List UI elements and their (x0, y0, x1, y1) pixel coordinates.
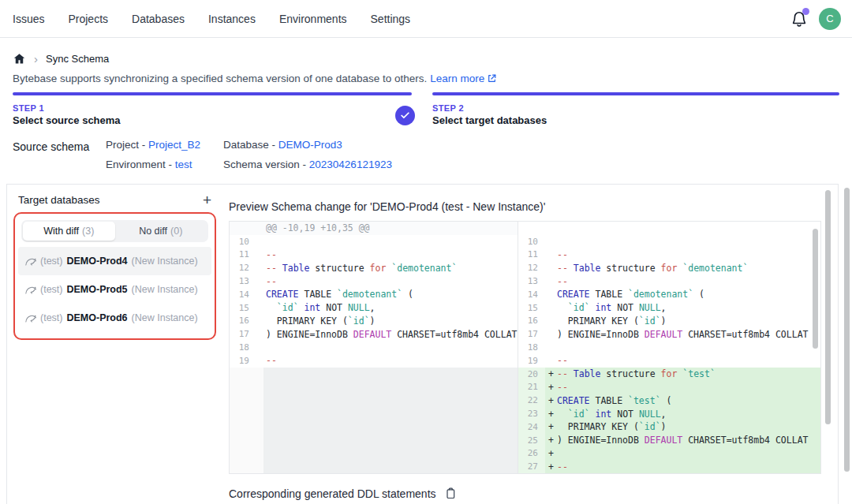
code-token: CHARSET=utf8mb4 COLLAT (391, 329, 517, 340)
diff-line-code: -- (557, 249, 568, 260)
code-token: NULL (639, 409, 661, 420)
nav-item-databases[interactable]: Databases (132, 13, 185, 25)
field-environment-value-link[interactable]: test (175, 159, 192, 170)
home-icon[interactable] (13, 52, 26, 65)
mysql-icon (24, 256, 36, 267)
nav-item-environments[interactable]: Environments (279, 13, 347, 25)
target-database-item[interactable]: (test)DEMO-Prod5(New Instance) (18, 275, 211, 304)
code-token: Table (574, 263, 601, 274)
diff-line: 21+-- (518, 381, 820, 394)
field-schema-version: Schema version - 20230426121923 (223, 159, 392, 170)
code-token: NOT (611, 409, 639, 420)
target-database-item[interactable]: (test)DEMO-Prod6(New Instance) (18, 304, 211, 332)
nav-item-projects[interactable]: Projects (68, 13, 108, 25)
diff-line: 11-- (230, 248, 518, 262)
code-token: for (370, 263, 387, 274)
code-token: -- (266, 276, 277, 287)
field-project-value-link[interactable]: Project_B2 (148, 139, 200, 151)
code-token: PRIMARY KEY ( (266, 315, 348, 327)
field-database-value-link[interactable]: DEMO-Prod3 (278, 139, 342, 151)
diff-line-number: 18 (518, 342, 545, 353)
editor-scrollbar[interactable] (813, 229, 818, 349)
diff-pane-modified[interactable]: 1011--12-- Table structure for `demotena… (518, 222, 820, 473)
diff-line-number: 15 (518, 303, 545, 313)
diff-line: 16 PRIMARY KEY (`id`) (230, 315, 518, 328)
nav-items: IssuesProjectsDatabasesInstancesEnvironm… (13, 13, 410, 25)
avatar[interactable]: C (819, 8, 841, 30)
nav-item-instances[interactable]: Instances (208, 13, 256, 25)
code-token: Table (574, 368, 601, 379)
code-token: ) ENGINE=InnoDB (266, 329, 353, 340)
nav-item-settings[interactable]: Settings (371, 13, 411, 25)
diff-line-code: PRIMARY KEY (`id`) (557, 421, 667, 432)
panel-scrollbar[interactable] (825, 190, 831, 424)
step-2-title: Select target databases (432, 114, 839, 126)
code-token: -- (557, 249, 568, 260)
code-token (557, 409, 568, 420)
code-token: ) ENGINE=InnoDB (557, 329, 645, 340)
diff-line: 12-- Table structure for `demotenant` (518, 261, 820, 274)
notifications-button[interactable] (790, 10, 808, 28)
tab-with-diff[interactable]: With diff (3) (23, 222, 115, 241)
diff-line-marker: + (545, 435, 557, 446)
diff-line: 16 PRIMARY KEY (`id`) (518, 315, 820, 328)
code-token: `id` (639, 421, 661, 432)
diff-line: 23+ `id` int NOT NULL, (518, 407, 820, 420)
diff-line: 15 `id` int NOT NULL, (230, 301, 518, 315)
page-scrollbar[interactable] (844, 188, 850, 472)
nav-item-issues[interactable]: Issues (13, 13, 44, 25)
source-schema-label: Source schema (13, 139, 106, 170)
diff-line-code: -- (266, 355, 277, 366)
diff-line-number: 11 (518, 249, 545, 259)
step-1-check-badge (395, 106, 415, 125)
diff-pane-original[interactable]: @@ -10,19 +10,35 @@1011--12-- Table stru… (230, 222, 518, 473)
db-environment-label: (test) (40, 256, 62, 267)
diff-line: 22+CREATE TABLE `test` ( (518, 394, 820, 407)
breadcrumb-current: Sync Schema (46, 53, 109, 65)
code-token: PRIMARY KEY ( (557, 421, 639, 432)
diff-line-code: `id` int NOT NULL, (557, 302, 667, 313)
ddl-header-row: Corresponding generated DDL statements (229, 487, 838, 500)
diff-line-marker: + (545, 368, 557, 379)
field-database: Database - DEMO-Prod3 (223, 139, 392, 151)
diff-line-code: PRIMARY KEY (`id`) (266, 315, 376, 327)
learn-more-link[interactable]: Learn more (430, 73, 497, 84)
db-name-label: DEMO-Prod4 (66, 256, 127, 267)
tab-no-diff-label: No diff (139, 226, 167, 237)
step-1-progress-bar (13, 92, 412, 95)
diff-line-code: -- (266, 249, 277, 260)
db-instance-note: (New Instance) (132, 256, 198, 267)
diff-line-number: 20 (518, 368, 545, 381)
code-token: `test` (682, 368, 716, 379)
schema-diff-editor[interactable]: @@ -10,19 +10,35 @@1011--12-- Table stru… (229, 221, 821, 474)
code-token: ) (370, 315, 376, 327)
diff-line: 24+ PRIMARY KEY (`id`) (518, 420, 820, 434)
code-token: structure (600, 368, 660, 379)
code-token: CREATE (557, 395, 590, 406)
diff-line-number: 27 (518, 460, 545, 473)
code-token: `id` (277, 302, 299, 313)
copy-ddl-button[interactable] (444, 487, 457, 500)
field-schema-version-value-link[interactable]: 20230426121923 (309, 159, 392, 170)
diff-line: 26+ (518, 447, 820, 461)
tab-no-diff[interactable]: No diff (0) (115, 222, 207, 241)
db-environment-label: (test) (40, 312, 62, 323)
diff-line-number: 12 (230, 263, 256, 273)
step-1-label: STEP 1 (13, 103, 412, 113)
code-token: -- (557, 461, 568, 472)
field-environment-key: Environment - (106, 159, 172, 170)
diff-line-number: 15 (230, 303, 256, 313)
diff-line-code: CREATE TABLE `demotenant` ( (557, 289, 704, 300)
code-token: DEFAULT (645, 329, 682, 340)
target-database-item[interactable]: (test)DEMO-Prod4(New Instance) (18, 247, 211, 275)
diff-line-number: 16 (518, 315, 545, 326)
app: { "nav": { "items": ["Issues", "Projects… (0, 0, 852, 504)
diff-line-marker: + (545, 461, 557, 472)
diff-line-code: -- (557, 461, 568, 472)
diff-line: 14CREATE TABLE `demotenant` ( (230, 288, 518, 301)
diff-line-number: 18 (230, 342, 256, 353)
check-icon (400, 110, 410, 121)
diff-line: 15 `id` int NOT NULL, (518, 301, 820, 315)
code-token: ) ENGINE=InnoDB (557, 435, 645, 446)
add-target-database-button[interactable]: + (203, 195, 211, 206)
